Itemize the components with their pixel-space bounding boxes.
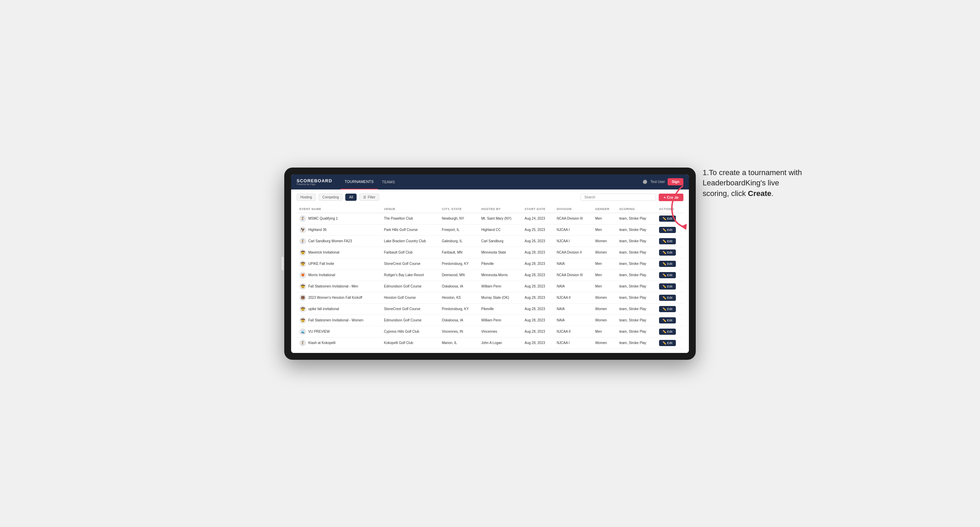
event-name: Highland 36 xyxy=(308,228,326,232)
logo: SCOREBOARD Powered by Clipp xyxy=(297,179,332,186)
start-date: Aug 28, 2023 xyxy=(522,337,554,348)
edit-button[interactable]: ✏️ Edit xyxy=(659,306,676,312)
edit-button[interactable]: ✏️ Edit xyxy=(659,238,676,244)
table-row: 🦅 Highland 36 Park Hills Golf CourseFree… xyxy=(297,224,683,235)
division: NAIA xyxy=(554,314,592,326)
edit-button[interactable]: ✏️ Edit xyxy=(659,272,676,278)
division: NAIA xyxy=(554,303,592,314)
nav-links: TOURNAMENTS TEAMS xyxy=(340,175,634,189)
venue: StoneCrest Golf Course xyxy=(381,303,439,314)
event-name: upike fall invitational xyxy=(308,307,339,311)
svg-marker-0 xyxy=(681,224,687,230)
hosted-by: Highland CC xyxy=(479,224,522,235)
start-date: Aug 28, 2023 xyxy=(522,281,554,292)
gender: Women xyxy=(592,247,617,258)
division: NJCAA II xyxy=(554,326,592,337)
edit-button[interactable]: ✏️ Edit xyxy=(659,283,676,289)
search-input[interactable] xyxy=(581,194,656,201)
event-name: VU PREVIEW xyxy=(308,330,330,333)
edit-button[interactable]: ✏️ Edit xyxy=(659,261,676,267)
city-state: Marion, IL xyxy=(439,337,478,348)
actions-cell: ✏️ Edit xyxy=(656,326,683,337)
nav-link-tournaments[interactable]: TOURNAMENTS xyxy=(340,175,378,189)
content-area: Hosting Competing All ☰ Filter + Create xyxy=(291,189,689,353)
division: NAIA xyxy=(554,281,592,292)
table-col-start-date: START DATE xyxy=(522,205,554,213)
scoring: team, Stroke Play xyxy=(617,235,656,247)
hosted-by: William Penn xyxy=(479,281,522,292)
venue: Edmundson Golf Course xyxy=(381,281,439,292)
table-col-scoring: SCORING xyxy=(617,205,656,213)
gender: Men xyxy=(592,213,617,224)
table-col-hosted-by: HOSTED BY xyxy=(479,205,522,213)
edit-button[interactable]: ✏️ Edit xyxy=(659,340,676,346)
edit-button[interactable]: ✏️ Edit xyxy=(659,295,676,301)
edit-button[interactable]: ✏️ Edit xyxy=(659,249,676,256)
edit-button[interactable]: ✏️ Edit xyxy=(659,329,676,335)
hosted-by: John A Logan xyxy=(479,337,522,348)
division: NCAA Division III xyxy=(554,269,592,281)
event-name: 2023 Women's Hesston Fall Kickoff xyxy=(308,296,362,300)
edit-button[interactable]: ✏️ Edit xyxy=(659,317,676,324)
nav-link-teams[interactable]: TEAMS xyxy=(378,175,399,189)
gear-icon[interactable] xyxy=(642,179,648,185)
event-name: MSMC Qualifying 1 xyxy=(308,217,338,220)
city-state: Prestonsburg, KY xyxy=(439,303,478,314)
start-date: Aug 28, 2023 xyxy=(522,247,554,258)
filter-button[interactable]: ☰ Filter xyxy=(360,194,379,201)
division: NCAA Division III xyxy=(554,213,592,224)
event-name: Carl Sandburg Women FA23 xyxy=(308,239,352,243)
hosted-by: Pikeville xyxy=(479,303,522,314)
venue: Faribault Golf Club xyxy=(381,247,439,258)
hosted-by: Minnesota State xyxy=(479,247,522,258)
city-state: Vincennes, IN xyxy=(439,326,478,337)
gender: Men xyxy=(592,326,617,337)
city-state: Oskaloosa, IA xyxy=(439,281,478,292)
start-date: Aug 28, 2023 xyxy=(522,269,554,281)
venue: Kokopelli Golf Club xyxy=(381,337,439,348)
event-name: Klash at Kokopelli xyxy=(308,341,336,345)
logo-title: SCOREBOARD xyxy=(297,179,332,183)
scoring: team, Stroke Play xyxy=(617,213,656,224)
event-name: Fall Statesmen Invitational - Men xyxy=(308,284,358,288)
division: NJCAA II xyxy=(554,292,592,303)
table-row: 🤠 Fall Statesmen Invitational - Men Edmu… xyxy=(297,281,683,292)
table-row: 🏌️ MSMC Qualifying 1 The Powelton ClubNe… xyxy=(297,213,683,224)
table-row: 🏌️ Carl Sandburg Women FA23 Lake Bracken… xyxy=(297,235,683,247)
actions-cell: ✏️ Edit xyxy=(656,269,683,281)
city-state: Newburgh, NY xyxy=(439,213,478,224)
hosted-by: Carl Sandburg xyxy=(479,235,522,247)
table-col-division: DIVISION xyxy=(554,205,592,213)
actions-cell: ✏️ Edit xyxy=(656,292,683,303)
scoring: team, Stroke Play xyxy=(617,337,656,348)
event-name-cell: 🏌️ MSMC Qualifying 1 xyxy=(297,213,381,224)
start-date: Aug 28, 2023 xyxy=(522,258,554,269)
city-state: Galesburg, IL xyxy=(439,235,478,247)
event-name-cell: 🏌️ Klash at Kokopelli xyxy=(297,337,381,348)
gender: Women xyxy=(592,303,617,314)
venue: Ruttger's Bay Lake Resort xyxy=(381,269,439,281)
gender: Women xyxy=(592,337,617,348)
actions-cell: ✏️ Edit xyxy=(656,235,683,247)
table-row: 🤠 Maverick Invitational Faribault Golf C… xyxy=(297,247,683,258)
table-row: 🌊 VU PREVIEW Cypress Hills Golf ClubVinc… xyxy=(297,326,683,337)
hosting-filter-button[interactable]: Hosting xyxy=(297,194,316,201)
city-state: Freeport, IL xyxy=(439,224,478,235)
filter-icon: ☰ xyxy=(363,195,366,199)
event-name-cell: 🤠 Maverick Invitational xyxy=(297,247,381,258)
city-state: Hesston, KS xyxy=(439,292,478,303)
hosted-by: Mt. Saint Mary (NY) xyxy=(479,213,522,224)
event-name-cell: 🦅 Highland 36 xyxy=(297,224,381,235)
event-icon: 🦅 xyxy=(299,227,306,233)
scoring: team, Stroke Play xyxy=(617,258,656,269)
event-icon: 🌊 xyxy=(299,328,306,335)
table-header-row: EVENT NAMEVENUECITY, STATEHOSTED BYSTART… xyxy=(297,205,683,213)
competing-filter-button[interactable]: Competing xyxy=(318,194,342,201)
table-row: 🤠 Fall Statesmen Invitational - Women Ed… xyxy=(297,314,683,326)
all-filter-button[interactable]: All xyxy=(345,194,356,201)
scoring: team, Stroke Play xyxy=(617,292,656,303)
city-state: Prestonsburg, KY xyxy=(439,258,478,269)
start-date: Aug 25, 2023 xyxy=(522,224,554,235)
actions-cell: ✏️ Edit xyxy=(656,258,683,269)
arrow-indicator xyxy=(662,183,690,232)
